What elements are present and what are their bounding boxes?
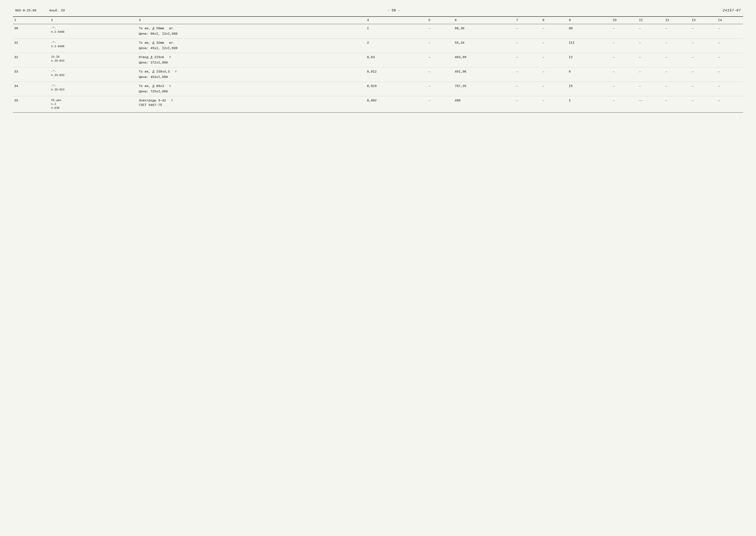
row-qty: 0,0I2 xyxy=(365,67,427,82)
col-header-5: 5 xyxy=(427,17,454,24)
col-header-9: 9 xyxy=(567,17,612,24)
row-price: 480 xyxy=(454,96,515,113)
col-header-4: 4 xyxy=(365,17,427,24)
row-dash1: – xyxy=(427,82,454,96)
desc-sub: Цена: 372xI,086 xyxy=(139,60,364,65)
row-code: Сб.цен ч.I п.636 xyxy=(50,96,138,113)
table-header: I 2 3 4 5 6 7 8 9 IO II I2 I3 I4 xyxy=(13,17,743,24)
row-col10: – xyxy=(612,53,638,67)
desc-main: Электроды Э-42 ГОСТ 9467-75 xyxy=(139,98,166,108)
row-col12: – xyxy=(664,67,690,82)
row-price: 787,35 xyxy=(454,82,515,96)
row-col14: – xyxy=(717,67,743,82)
row-code: -"- п.I-0488 xyxy=(50,24,138,39)
row-dash3: – xyxy=(541,67,567,82)
col-header-8: 8 xyxy=(541,17,567,24)
desc-unit: шт. xyxy=(169,26,174,31)
row-col9: 98 xyxy=(567,24,612,39)
row-col10: – xyxy=(612,39,638,53)
table-row: 3223-IO п.IO-043Отвод Д 2I9x6тЦена: 372x… xyxy=(13,53,743,67)
header-drawing-number: 24157-07 xyxy=(723,9,741,13)
row-col9: I5 xyxy=(567,82,612,96)
row-col12: – xyxy=(664,39,690,53)
table-row: 34-"- п.IO-OI3То же, Д 89x3тЦена: 725xI,… xyxy=(13,82,743,96)
row-col14: – xyxy=(717,82,743,96)
row-dash1: – xyxy=(427,67,454,82)
row-dash2: – xyxy=(515,53,541,67)
row-description: То же, Д 32ммшт.Цена: 45xI, I2xI,098 xyxy=(138,39,365,53)
header-doc-number: 903-9-25.89 xyxy=(15,9,36,13)
row-col12: – xyxy=(664,24,690,39)
row-dash2: – xyxy=(515,24,541,39)
col-header-14: I4 xyxy=(717,17,743,24)
row-col10: – xyxy=(612,67,638,82)
row-dash2: – xyxy=(515,67,541,82)
row-description: То же, Д I59x4,5тЦена: 453xI,086 xyxy=(138,67,365,82)
row-col13: – xyxy=(690,82,717,96)
col-header-12: I2 xyxy=(664,17,690,24)
desc-unit: т xyxy=(171,99,173,103)
row-number: 34 xyxy=(13,82,50,96)
row-dash3: – xyxy=(541,39,567,53)
row-code: -"- п.I-0486 xyxy=(50,39,138,53)
row-number: 3I xyxy=(13,39,50,53)
row-col12: – xyxy=(664,82,690,96)
desc-main: То же, Д I59x4,5 xyxy=(139,70,170,74)
row-code: -"- п.IO-033 xyxy=(50,67,138,82)
row-col14: – xyxy=(717,53,743,67)
row-dash1: – xyxy=(427,24,454,39)
row-price: 98,38 xyxy=(454,24,515,39)
row-description: Отвод Д 2I9x6тЦена: 372xI,086 xyxy=(138,53,365,67)
row-col12: – xyxy=(664,96,690,113)
row-description: Электроды Э-42 ГОСТ 9467-75т xyxy=(138,96,365,113)
col-header-13: I3 xyxy=(690,17,717,24)
desc-sub: Цена: 45xI, I2xI,098 xyxy=(139,46,364,50)
desc-main: То же, Д 50мм xyxy=(139,26,164,31)
row-col10: – xyxy=(612,24,638,39)
row-col13: – xyxy=(690,53,717,67)
row-col9: I2 xyxy=(567,53,612,67)
row-col11: –- xyxy=(638,96,664,113)
page-header: 903-9-25.89 Альб. IO - 58 - 24157-07 xyxy=(13,9,743,13)
row-number: 33 xyxy=(13,67,50,82)
col-header-10: IO xyxy=(612,17,638,24)
header-page-number: - 58 - xyxy=(65,9,723,13)
row-qty: I xyxy=(365,24,427,39)
desc-main: То же, Д 32мм xyxy=(139,41,164,45)
row-col10: – xyxy=(612,82,638,96)
desc-sub: Цена: 453xI,086 xyxy=(139,75,364,80)
col-header-3: 3 xyxy=(138,17,365,24)
desc-sub: Цена: 725xI,086 xyxy=(139,89,364,94)
row-dash2: – xyxy=(515,82,541,96)
row-col14: – xyxy=(717,24,743,39)
row-dash1: – xyxy=(427,53,454,67)
row-dash3: – xyxy=(541,82,567,96)
row-qty: 0,002 xyxy=(365,96,427,113)
desc-unit: т xyxy=(175,70,177,74)
desc-sub: Цена: 80xI, I2xI,098 xyxy=(139,32,364,36)
row-col11: – xyxy=(638,82,664,96)
main-table: I 2 3 4 5 6 7 8 9 IO II I2 I3 I4 30-"- п… xyxy=(13,17,743,113)
col-header-2: 2 xyxy=(50,17,138,24)
row-dash1: – xyxy=(427,96,454,113)
table-row: 33-"- п.IO-033То же, Д I59x4,5тЦена: 453… xyxy=(13,67,743,82)
col-header-6: 6 xyxy=(454,17,515,24)
row-col11: – xyxy=(638,24,664,39)
table-row: 30-"- п.I-0488То же, Д 50ммшт.Цена: 80xI… xyxy=(13,24,743,39)
row-col14: – xyxy=(717,96,743,113)
row-col13: – xyxy=(690,24,717,39)
row-dash2: – xyxy=(515,39,541,53)
row-col11: – xyxy=(638,53,664,67)
row-col11: – xyxy=(638,39,664,53)
row-price: 49I,96 xyxy=(454,67,515,82)
row-col9: I xyxy=(567,96,612,113)
row-qty: 0,03 xyxy=(365,53,427,67)
row-dash3: – xyxy=(541,96,567,113)
row-number: 30 xyxy=(13,24,50,39)
row-col9: 6 xyxy=(567,67,612,82)
row-dash3: – xyxy=(541,24,567,39)
table-body: 30-"- п.I-0488То же, Д 50ммшт.Цена: 80xI… xyxy=(13,24,743,113)
row-qty: 2 xyxy=(365,39,427,53)
desc-unit: т xyxy=(169,55,171,60)
row-col10: – xyxy=(612,96,638,113)
